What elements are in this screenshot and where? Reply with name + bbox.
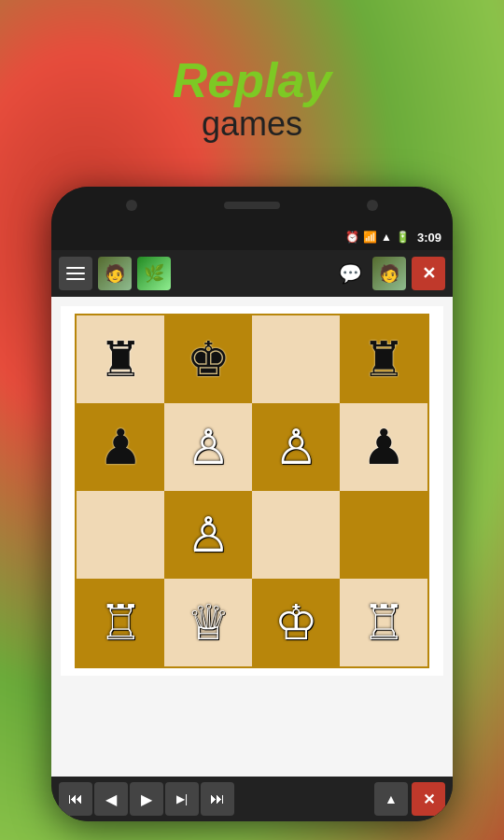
chess-board: ♜♚♜♟♙♙♟♙♖♕♔♖: [75, 314, 429, 668]
chess-cell-r1-c3: ♟: [340, 403, 427, 491]
chat-button[interactable]: 💬: [333, 257, 367, 290]
close-toolbar-button[interactable]: ✕: [412, 257, 445, 290]
chess-cell-r2-c3: [340, 491, 427, 579]
prev-move-button[interactable]: ◀: [94, 782, 128, 816]
player2-avatar[interactable]: 🌿: [137, 257, 171, 290]
chess-cell-r0-c0: ♜: [77, 315, 164, 403]
content-area: ♜♚♜♟♙♙♟♙♖♕♔♖: [51, 297, 453, 777]
white-pawn: ♙: [274, 423, 318, 471]
chess-cell-r3-c0: ♖: [77, 579, 164, 666]
first-move-icon: ⏮: [68, 791, 83, 807]
title-replay: Replay: [0, 56, 504, 105]
avatar3-image: 🧑: [372, 257, 406, 290]
player3-avatar[interactable]: 🧑: [372, 257, 406, 290]
battery-icon: 🔋: [396, 231, 410, 244]
chess-cell-r2-c0: [77, 491, 164, 579]
phone-frame: ⏰ 📶 ▲ 🔋 3:09 🧑 🌿 💬: [51, 187, 453, 821]
title-area: Replay games: [0, 56, 504, 144]
right-group: ▲ ✕: [374, 782, 445, 816]
signal-icon: ▲: [381, 231, 392, 244]
scroll-up-button[interactable]: ▲: [374, 782, 408, 816]
chess-cell-r3-c1: ♕: [164, 579, 252, 666]
chess-cell-r2-c1: ♙: [164, 491, 252, 579]
hamburger-line-2: [66, 273, 85, 274]
chess-cell-r0-c3: ♜: [340, 315, 427, 403]
chess-cell-r3-c2: ♔: [252, 579, 340, 666]
avatar1-image: 🧑: [98, 257, 132, 290]
hamburger-line-3: [66, 278, 85, 280]
chess-cell-r0-c2: [252, 315, 340, 403]
status-time: 3:09: [417, 231, 441, 245]
last-move-button[interactable]: ⏭: [201, 782, 234, 816]
wifi-icon: 📶: [363, 231, 377, 244]
title-games: games: [0, 105, 504, 144]
close-icon: ✕: [423, 791, 435, 808]
chess-cell-r1-c1: ♙: [164, 403, 252, 491]
phone-speaker: [224, 202, 280, 209]
white-queen: ♕: [187, 598, 231, 647]
chess-cell-r1-c2: ♙: [252, 403, 340, 491]
phone-camera-right: [367, 200, 378, 211]
phone-top-bar: [51, 187, 453, 224]
next-move-icon: ▶|: [176, 792, 188, 805]
alarm-icon: ⏰: [345, 231, 359, 244]
close-toolbar-icon: ✕: [422, 263, 436, 284]
white-rook: ♖: [362, 598, 406, 647]
last-move-icon: ⏭: [210, 791, 225, 807]
phone-content: 🧑 🌿 💬 🧑 ✕ ♜♚♜♟♙♙♟♙♖♕♔♖: [51, 250, 453, 821]
play-button[interactable]: ▶: [130, 782, 163, 816]
chess-cell-r0-c1: ♚: [164, 315, 252, 403]
black-pawn: ♟: [362, 423, 406, 471]
chat-icon: 💬: [339, 262, 362, 285]
play-icon: ▶: [141, 791, 152, 808]
chess-cell-r2-c2: [252, 491, 340, 579]
up-icon: ▲: [385, 791, 398, 806]
first-move-button[interactable]: ⏮: [59, 782, 92, 816]
black-pawn: ♟: [99, 423, 143, 471]
status-bar: ⏰ 📶 ▲ 🔋 3:09: [51, 224, 453, 250]
hamburger-line-1: [66, 267, 85, 269]
prev-move-icon: ◀: [105, 791, 117, 808]
chess-cell-r1-c0: ♟: [77, 403, 164, 491]
white-pawn: ♙: [187, 511, 231, 559]
white-rook: ♖: [99, 598, 143, 647]
chess-container: ♜♚♜♟♙♙♟♙♖♕♔♖: [61, 306, 443, 676]
nav-group: ⏮ ◀ ▶ ▶| ⏭: [59, 782, 234, 816]
avatar2-image: 🌿: [137, 257, 171, 290]
player1-avatar[interactable]: 🧑: [98, 257, 132, 290]
bottom-controls: ⏮ ◀ ▶ ▶| ⏭ ▲ ✕: [51, 777, 453, 821]
app-toolbar: 🧑 🌿 💬 🧑 ✕: [51, 250, 453, 297]
black-rook: ♜: [362, 335, 406, 384]
status-icons: ⏰ 📶 ▲ 🔋 3:09: [345, 231, 441, 245]
close-button[interactable]: ✕: [412, 782, 445, 816]
chess-cell-r3-c3: ♖: [340, 579, 427, 666]
black-rook: ♜: [99, 335, 143, 384]
next-move-button[interactable]: ▶|: [165, 782, 199, 816]
menu-button[interactable]: [59, 257, 92, 290]
phone-camera: [126, 200, 137, 211]
white-king: ♔: [274, 598, 318, 647]
white-pawn: ♙: [187, 423, 231, 471]
black-king: ♚: [187, 335, 231, 384]
